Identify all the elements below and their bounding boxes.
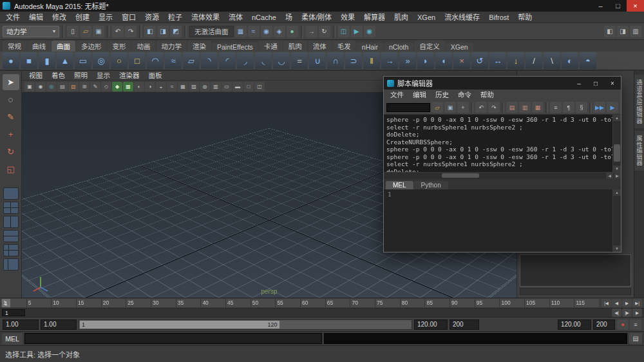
shelf-tab[interactable]: 变形: [108, 41, 131, 52]
ipr-render-icon[interactable]: ◉: [364, 26, 375, 37]
panel-menu-item[interactable]: 照明: [70, 71, 92, 80]
menu-item[interactable]: 流体: [224, 12, 247, 23]
trim-tool-icon[interactable]: /: [526, 52, 542, 69]
scroll-down-icon[interactable]: ▼: [613, 166, 621, 172]
echo-all-commands-icon[interactable]: ≡: [550, 102, 562, 113]
menu-item[interactable]: Bifrost: [484, 12, 513, 23]
vertical-scrollbar[interactable]: ▲ ▼: [612, 115, 621, 172]
circular-fillet-icon[interactable]: ◗: [417, 52, 434, 69]
menu-item[interactable]: 创建: [71, 12, 94, 23]
show-attribute-editor-icon[interactable]: ◧: [604, 26, 616, 37]
close-button[interactable]: ×: [604, 77, 621, 90]
nurbs-plane-icon[interactable]: ▭: [75, 52, 91, 69]
reverse-direction-icon[interactable]: ↔: [489, 52, 506, 69]
shelf-tab[interactable]: nCloth: [384, 43, 413, 52]
detach-surfaces-icon[interactable]: ∩: [327, 52, 344, 69]
shelf-tab[interactable]: 动画: [132, 41, 156, 52]
paint-select-tool[interactable]: ✎: [3, 109, 19, 125]
redo-icon[interactable]: ↷: [488, 102, 500, 113]
shelf-tab[interactable]: nHair: [357, 43, 383, 52]
current-time-field[interactable]: 1: [2, 309, 25, 316]
shelf-tab[interactable]: 肌肉: [283, 41, 307, 52]
layout-four-pane[interactable]: [3, 202, 19, 214]
animation-start-field[interactable]: 1.00: [3, 319, 39, 330]
playback-end-field-2[interactable]: 120.00: [558, 319, 591, 330]
shelf-tab[interactable]: 渲染: [187, 41, 211, 52]
undo-icon[interactable]: ↶: [475, 102, 487, 113]
show-stack-trace-icon[interactable]: §: [576, 102, 587, 113]
extend-surfaces-icon[interactable]: →: [381, 52, 398, 69]
nurbs-cylinder-icon[interactable]: ▮: [39, 52, 55, 69]
boundary-icon[interactable]: ◞: [237, 52, 254, 69]
image-plane-icon[interactable]: ▧: [68, 82, 79, 91]
move-tool[interactable]: +: [3, 126, 19, 142]
playback-start-field[interactable]: 1.00: [41, 319, 77, 330]
range-slider-track[interactable]: 1 120: [79, 319, 412, 330]
layout-outliner-persp[interactable]: [3, 258, 19, 271]
step-back-button[interactable]: ◀: [612, 299, 621, 307]
planar-icon[interactable]: ▱: [183, 52, 200, 69]
select-object-icon[interactable]: ◨: [157, 26, 169, 37]
go-to-start-button[interactable]: |◀: [601, 299, 611, 307]
scrollbar-track[interactable]: [613, 121, 621, 166]
next-key-button[interactable]: |▶: [622, 309, 632, 317]
select-hierarchy-icon[interactable]: ◧: [144, 26, 156, 37]
nurbs-cone-icon[interactable]: ▲: [57, 52, 73, 69]
menu-set-dropdown[interactable]: 动力学 ▾: [3, 26, 59, 37]
animation-preferences-button[interactable]: ≡: [630, 319, 641, 330]
command-input[interactable]: [24, 333, 322, 344]
align-surfaces-icon[interactable]: =: [291, 52, 308, 69]
birail-icon[interactable]: ◜: [219, 52, 236, 69]
safe-title-icon[interactable]: ◫: [254, 82, 265, 91]
open-script-icon[interactable]: ▱: [431, 102, 443, 113]
command-search-field[interactable]: [386, 103, 430, 112]
scroll-down-icon[interactable]: ▼: [613, 245, 621, 252]
menu-item[interactable]: 编辑: [24, 12, 48, 23]
script-tab[interactable]: MEL: [386, 181, 413, 189]
animation-end-field[interactable]: 200: [450, 319, 479, 330]
shelf-tab[interactable]: 多边形: [76, 41, 107, 52]
shelf-tab[interactable]: 常规: [3, 41, 26, 52]
camera-attributes-icon[interactable]: ◎: [46, 82, 57, 91]
time-slider[interactable]: 1 15101520253035404550556065707580859095…: [1, 299, 599, 307]
panel-menu-item[interactable]: 显示: [92, 71, 115, 80]
maximize-button[interactable]: □: [609, 0, 627, 12]
screen-space-ao-icon[interactable]: ◒: [156, 82, 166, 91]
nurbs-sphere-icon[interactable]: ●: [3, 52, 19, 69]
menu-item[interactable]: nCache: [247, 12, 281, 23]
shelf-tab[interactable]: 毛发: [332, 41, 356, 52]
panel-menu-item[interactable]: 渲染器: [115, 71, 144, 80]
menu-item[interactable]: 文件: [1, 12, 24, 23]
extrude-icon[interactable]: ◝: [201, 52, 218, 69]
scroll-up-icon[interactable]: ▲: [613, 189, 621, 196]
layout-two-pane-side-by-side[interactable]: [3, 216, 19, 228]
menu-item[interactable]: 解算器: [359, 12, 390, 23]
isolate-select-icon[interactable]: ◍: [200, 82, 210, 91]
project-curve-icon[interactable]: ↓: [507, 52, 524, 69]
show-tool-settings-icon[interactable]: ◨: [617, 26, 629, 37]
new-tab-icon[interactable]: +: [457, 102, 469, 113]
menu-item[interactable]: 历史: [431, 90, 453, 100]
menu-item[interactable]: 命令: [453, 90, 476, 100]
auto-keyframe-button[interactable]: ●: [617, 319, 629, 330]
panel-menu-item[interactable]: 面板: [144, 71, 167, 80]
bevel-icon[interactable]: ◟: [255, 52, 272, 69]
booleans-icon[interactable]: ◐: [562, 52, 578, 69]
menu-item[interactable]: 资源: [140, 12, 164, 23]
insert-isoparms-icon[interactable]: ‖: [363, 52, 380, 69]
snap-to-grid-icon[interactable]: ▦: [235, 26, 247, 37]
play-button[interactable]: ▶: [632, 309, 642, 317]
scrollbar-track[interactable]: [613, 196, 621, 245]
execute-button[interactable]: ▶: [607, 102, 618, 113]
scroll-up-icon[interactable]: ▲: [613, 115, 621, 121]
shelf-tab[interactable]: 曲面: [52, 41, 75, 52]
gate-mask-icon[interactable]: ▬: [232, 82, 243, 91]
open-close-surfaces-icon[interactable]: ⊃: [345, 52, 362, 69]
select-camera-icon[interactable]: ▣: [24, 82, 35, 91]
minimize-button[interactable]: –: [592, 0, 609, 12]
shaded-mode-icon[interactable]: ◆: [112, 82, 122, 91]
bevel-plus-icon[interactable]: ◡: [273, 52, 290, 69]
command-language-toggle[interactable]: MEL: [2, 333, 23, 345]
render-view-icon[interactable]: ◫: [338, 26, 350, 37]
offset-surfaces-icon[interactable]: »: [399, 52, 416, 69]
